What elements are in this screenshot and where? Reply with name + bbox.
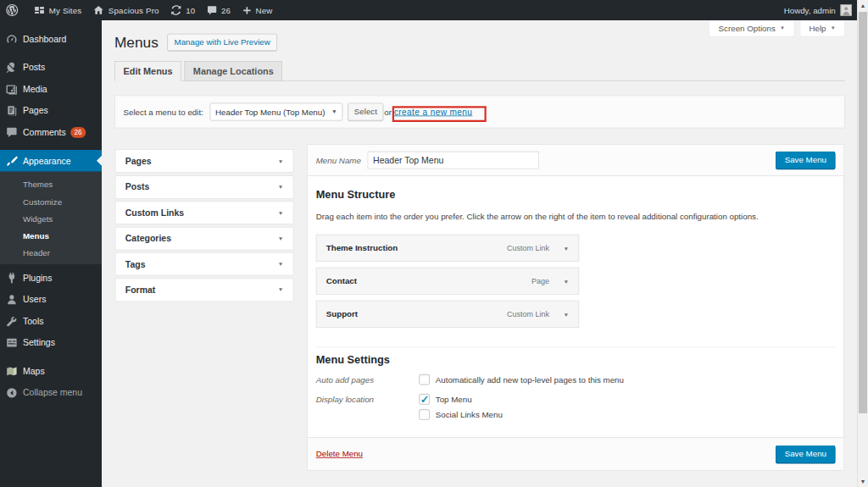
menu-structure-help: Drag each item into the order you prefer…: [316, 212, 836, 221]
updates-menu[interactable]: 10: [164, 0, 201, 20]
chevron-down-icon[interactable]: ▼: [564, 278, 570, 285]
delete-menu-link[interactable]: Delete Menu: [316, 449, 363, 458]
tab-edit-menus[interactable]: Edit Menus: [114, 61, 181, 81]
social-links-menu-checkbox[interactable]: [419, 409, 430, 420]
auto-add-pages-row: Auto add pages Automatically add new top…: [316, 374, 836, 386]
collapse-icon: [5, 386, 18, 399]
chevron-down-icon[interactable]: ▼: [564, 245, 570, 252]
chevron-down-icon: ▼: [331, 108, 337, 115]
settings-divider: [316, 347, 836, 348]
sidebar-item-users[interactable]: Users: [0, 289, 102, 311]
menu-select-dropdown[interactable]: Header Top Menu (Top Menu) ▼: [209, 103, 342, 121]
appearance-icon: [5, 154, 18, 167]
sidebar-item-posts[interactable]: Posts: [0, 57, 102, 79]
accordion-posts[interactable]: Posts ▼: [115, 175, 294, 199]
admin-sidebar: Dashboard Posts Media Pages: [0, 20, 102, 487]
my-sites-label: My Sites: [49, 5, 82, 14]
menu-edit-body: Menu Structure Drag each item into the o…: [308, 176, 843, 437]
sidebar-item-label: Posts: [23, 63, 45, 73]
wordpress-admin-window: My Sites Spacious Pro 10: [0, 0, 868, 487]
social-links-menu-label: Social Links Menu: [436, 410, 503, 419]
submenu-item-themes[interactable]: Themes: [0, 176, 102, 193]
accordion-title: Tags: [125, 259, 146, 269]
accordion-title: Categories: [125, 233, 171, 243]
select-menu-label: Select a menu to edit:: [124, 107, 203, 116]
tools-icon: [5, 314, 18, 327]
save-menu-button-bottom[interactable]: Save Menu: [776, 445, 835, 462]
accordion-tags[interactable]: Tags ▼: [115, 252, 294, 276]
my-sites-icon: [34, 4, 46, 16]
comments-bubble-icon: [207, 5, 218, 16]
howdy-text[interactable]: Howdy, admin: [784, 5, 836, 14]
submenu-item-menus[interactable]: Menus: [0, 228, 102, 245]
sidebar-item-plugins[interactable]: Plugins: [0, 267, 102, 289]
user-avatar[interactable]: [841, 4, 853, 16]
nav-tabs: Edit Menus Manage Locations: [114, 61, 845, 81]
menu-name-header: Menu Name Save Menu: [308, 145, 843, 176]
accordion-title: Posts: [125, 182, 150, 192]
sidebar-item-label: Settings: [23, 337, 55, 347]
tab-manage-locations[interactable]: Manage Locations: [184, 61, 282, 81]
settings-icon: [5, 336, 18, 349]
accordion-custom-links[interactable]: Custom Links ▼: [115, 201, 294, 224]
site-name-menu[interactable]: Spacious Pro: [87, 0, 164, 20]
menu-footer: Delete Menu Save Menu: [308, 437, 843, 470]
sidebar-comments-icon: [5, 126, 18, 139]
my-sites-menu[interactable]: My Sites: [28, 0, 87, 20]
accordion-categories[interactable]: Categories ▼: [115, 226, 294, 250]
collapse-menu-button[interactable]: Collapse menu: [0, 382, 102, 404]
save-menu-button-top[interactable]: Save Menu: [776, 152, 835, 169]
menu-structure-heading: Menu Structure: [316, 189, 836, 202]
menu-edit-panel: Menu Name Save Menu Menu Structure Drag …: [307, 144, 844, 471]
menu-settings-column: Pages ▼ Posts ▼ Custom Links ▼ Categor: [115, 149, 294, 303]
adminbar-comments-count: 26: [221, 5, 231, 14]
chevron-down-icon: ▼: [278, 158, 284, 164]
sidebar-item-appearance[interactable]: Appearance: [0, 150, 102, 172]
create-new-menu-link[interactable]: create a new menu: [394, 107, 472, 116]
submenu-item-customize[interactable]: Customize: [0, 193, 102, 210]
chevron-down-icon: ▼: [278, 184, 284, 191]
sidebar-item-label: Users: [23, 294, 46, 304]
pages-icon: [5, 104, 18, 117]
menu-select-bar: Select a menu to edit: Header Top Menu (…: [114, 96, 845, 129]
accordion-title: Format: [125, 285, 156, 295]
chevron-down-icon[interactable]: ▼: [564, 311, 570, 318]
updates-count: 10: [186, 5, 195, 14]
auto-add-pages-option-label: Automatically add new top-level pages to…: [436, 375, 624, 385]
sidebar-item-label: Appearance: [23, 156, 71, 166]
sidebar-item-maps[interactable]: Maps: [0, 360, 102, 382]
manage-with-live-preview-button[interactable]: Manage with Live Preview: [167, 34, 277, 51]
display-location-row: Display location Top Menu Social Links M…: [316, 394, 836, 420]
media-icon: [5, 83, 18, 96]
menu-item-theme-instruction[interactable]: Theme Instruction Custom Link ▼: [316, 235, 580, 262]
sidebar-item-label: Maps: [23, 366, 45, 376]
sidebar-item-pages[interactable]: Pages: [0, 100, 102, 122]
sidebar-item-settings[interactable]: Settings: [0, 332, 102, 354]
accordion-format[interactable]: Format ▼: [115, 278, 294, 302]
scrollbar-thumb[interactable]: [859, 12, 867, 413]
adminbar-comments-menu[interactable]: 26: [201, 0, 236, 20]
submenu-item-widgets[interactable]: Widgets: [0, 210, 102, 227]
chevron-down-icon: ▼: [278, 261, 284, 268]
top-menu-checkbox[interactable]: [419, 394, 430, 405]
menu-item-support[interactable]: Support Custom Link ▼: [316, 301, 580, 328]
menu-item-contact[interactable]: Contact Page ▼: [316, 268, 580, 295]
auto-add-pages-checkbox[interactable]: [419, 374, 430, 385]
window-scrollbar[interactable]: ▲ ▼: [857, 0, 868, 487]
chevron-down-icon: ▼: [278, 209, 284, 216]
chevron-down-icon: ▼: [278, 235, 284, 242]
accordion-title: Pages: [125, 156, 152, 166]
accordion-pages[interactable]: Pages ▼: [115, 149, 294, 173]
sidebar-item-tools[interactable]: Tools: [0, 310, 102, 332]
plus-icon: [242, 5, 252, 14]
sidebar-item-dashboard[interactable]: Dashboard: [0, 28, 102, 50]
menu-name-input[interactable]: [367, 152, 539, 169]
select-button[interactable]: Select: [348, 103, 383, 121]
sidebar-item-media[interactable]: Media: [0, 78, 102, 100]
scrollbar-up-arrow[interactable]: ▲: [858, 3, 868, 8]
new-content-menu[interactable]: New: [236, 0, 278, 20]
wp-logo-menu[interactable]: [0, 0, 28, 20]
sidebar-item-comments[interactable]: Comments 26: [0, 121, 102, 143]
submenu-item-header[interactable]: Header: [0, 245, 102, 262]
scrollbar-down-arrow[interactable]: ▼: [858, 479, 868, 484]
